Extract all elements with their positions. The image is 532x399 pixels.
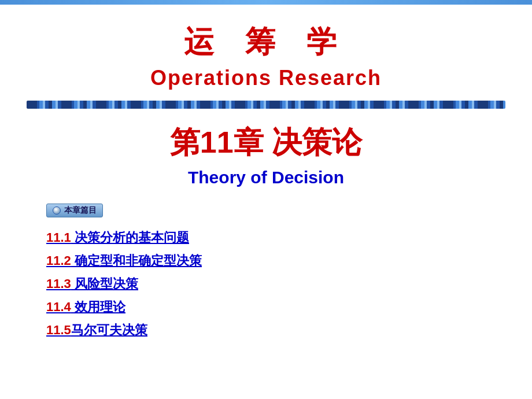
toc-text-4: 效用理论 xyxy=(71,300,125,314)
top-bar xyxy=(0,0,532,5)
chapter-title-cn: 第11章 决策论 xyxy=(170,123,362,163)
toc-item[interactable]: 11.4 效用理论 xyxy=(46,298,202,316)
chapter-title-en: Theory of Decision xyxy=(188,168,344,187)
main-content: 运 筹 学 Operations Research 第11章 决策论 Theor… xyxy=(0,5,532,399)
toc-text-2: 确定型和非确定型决策 xyxy=(71,253,202,268)
section-label-dot xyxy=(53,206,61,215)
toc-num-4: 11.4 xyxy=(46,300,71,314)
divider-bar xyxy=(27,101,505,109)
toc-num-3: 11.3 xyxy=(46,276,71,291)
toc-num-5: 11.5 xyxy=(46,323,71,337)
section-label-text: 本章篇目 xyxy=(64,205,97,216)
toc-item[interactable]: 11.1 决策分析的基本问题 xyxy=(46,229,202,246)
toc-text-5: 马尔可夫决策 xyxy=(71,323,147,337)
toc-num-2: 11.2 xyxy=(46,253,71,268)
section-label-badge: 本章篇目 xyxy=(46,204,103,217)
toc-text-1: 决策分析的基本问题 xyxy=(71,230,189,245)
toc-item[interactable]: 11.3 风险型决策 xyxy=(46,275,202,293)
chinese-title: 运 筹 学 xyxy=(184,22,349,62)
toc-num-1: 11.1 xyxy=(46,230,71,245)
toc-list: 11.1 决策分析的基本问题11.2 确定型和非确定型决策11.3 风险型决策1… xyxy=(46,229,202,339)
toc-text-3: 风险型决策 xyxy=(71,276,138,291)
english-title: Operations Research xyxy=(150,66,382,90)
toc-item[interactable]: 11.5马尔可夫决策 xyxy=(46,322,202,339)
toc-item[interactable]: 11.2 确定型和非确定型决策 xyxy=(46,252,202,269)
